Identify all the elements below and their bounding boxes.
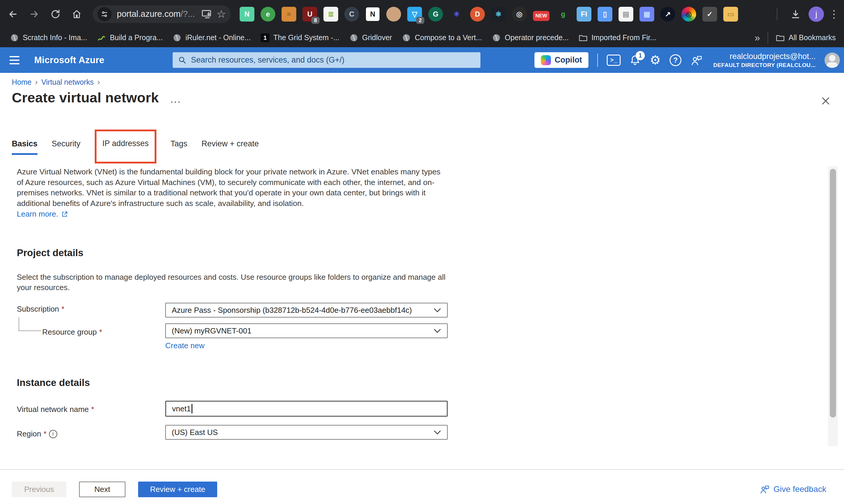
create-new-link[interactable]: Create new [165,341,204,350]
hamburger-menu-icon[interactable] [10,56,19,64]
blue-asterisk-extension-icon[interactable]: ✳ [449,7,464,21]
back-icon[interactable] [5,6,21,22]
subscription-label: Subscription* [17,305,64,314]
bookmark-item[interactable]: 1The Grid System -... [261,33,339,42]
learn-more-label: Learn more. [17,210,58,219]
breadcrumb-virtual-networks-link[interactable]: Virtual networks [41,78,93,87]
bookmark-label: Imported From Fir... [591,33,656,42]
ublock-origin-extension-icon[interactable]: U8 [303,7,317,21]
notes-list-extension-icon[interactable]: ≣ [323,7,338,21]
bookmark-item[interactable]: Gridlover [349,33,392,42]
orange-notebook-extension-icon[interactable]: ≡ [282,7,296,21]
send-to-device-icon[interactable] [201,9,213,19]
home-icon[interactable] [69,6,85,22]
learn-more-link[interactable]: Learn more. [17,210,68,219]
tab-underline [103,153,149,155]
previous-button[interactable]: Previous [12,482,66,497]
globe-favicon [402,33,411,42]
breadcrumb-home-link[interactable]: Home [12,78,32,87]
help-icon[interactable]: ? [669,54,681,66]
feedback-icon[interactable] [690,55,703,66]
region-dropdown[interactable]: (US) East US [165,425,448,440]
browser-menu-icon[interactable]: ⋮ [829,8,839,20]
subscription-dropdown[interactable]: Azure Pass - Sponsorship (b328712b-b524-… [165,303,448,318]
evernote-extension-icon[interactable]: e [261,7,275,21]
next-button[interactable]: Next [79,482,125,497]
vnet-name-input[interactable]: vnet1 [165,401,448,417]
letter-doc-extension-icon[interactable]: ▤ [618,7,633,21]
grammarly-extension-icon[interactable]: G [428,7,443,21]
bookmarks-right: » All Bookmarks [755,32,844,44]
tab-ip-addresses[interactable]: IP addresses [103,138,149,155]
all-bookmarks-button[interactable]: All Bookmarks [776,33,836,42]
global-search-input[interactable]: Search resources, services, and docs (G+… [173,52,481,68]
green-n-extension-icon[interactable]: N [240,7,254,21]
title-more-icon[interactable]: ··· [170,97,181,107]
azure-header-right: Copilot >_ 1 ⚙ ? realcloudprojects@hot..… [535,47,840,73]
avatar-face-extension-icon[interactable] [386,7,401,21]
rainbow-ring-extension-icon[interactable]: ◎ [681,7,696,21]
bookmark-item[interactable]: iRuler.net - Online... [173,33,251,42]
call-hook-extension-icon[interactable]: C [344,7,359,21]
fi-tool-extension-icon[interactable]: FI [577,7,591,21]
copilot-icon [541,55,551,65]
tab-basics[interactable]: Basics [12,139,37,155]
scrollbar-thumb[interactable] [830,169,836,417]
account-avatar[interactable] [825,53,840,68]
cloud-shell-icon[interactable]: >_ [607,55,621,66]
react-devtools-extension-icon[interactable]: ⚛ [491,7,506,21]
bookmark-item[interactable]: Operator precede... [492,33,569,42]
notion-extension-icon[interactable]: N [365,7,380,21]
notifications-icon[interactable]: 1 [629,55,641,66]
reload-icon[interactable] [47,6,64,22]
grid-tiles-extension-icon[interactable]: ▦ [640,7,654,21]
tab-tags[interactable]: Tags [170,139,187,155]
feedback-icon [759,485,770,494]
bookmark-item[interactable]: Build a Progra... [97,33,163,42]
address-bar[interactable]: portal.azure.com/?... ☆ [93,5,231,23]
azure-brand[interactable]: Microsoft Azure [34,55,105,66]
yellow-notes-extension-icon[interactable]: ▭ [723,7,738,21]
concentric-rings-extension-icon[interactable]: ◎ [512,7,527,21]
vnet-description: Azure Virtual Network (VNet) is the fund… [17,167,448,209]
resource-group-dropdown[interactable]: (New) myRGVNET-001 [165,323,448,338]
copilot-button[interactable]: Copilot [535,52,589,68]
downloads-icon[interactable] [787,6,804,22]
ghostery-extension-icon[interactable]: ▽2 [407,7,422,21]
bookmark-item[interactable]: Scratch Info - Ima... [10,33,87,42]
bookmark-item[interactable]: Compose to a Vert... [402,33,482,42]
account-directory: DEFAULT DIRECTORY (REALCLOU... [713,62,816,69]
globe-favicon [10,33,19,42]
dark-arrow-extension-icon[interactable]: ↗ [661,7,675,21]
grasshopper-extension-icon[interactable]: g [556,7,571,21]
wizard-tabs: BasicsSecurityIP addressesTagsReview + c… [12,131,259,163]
globe-favicon [349,33,358,42]
check-task-extension-icon[interactable]: ✓ [702,7,717,21]
new-badge-extension-icon[interactable]: NEW [533,11,550,21]
project-details-description: Select the subscription to manage deploy… [17,272,448,293]
bookmark-item[interactable]: Imported From Fir... [579,33,656,42]
close-blade-icon[interactable] [819,94,832,107]
review-create-button[interactable]: Review + create [138,482,217,497]
browser-profile-avatar[interactable]: j [809,6,824,22]
page-scrollbar[interactable] [828,166,838,446]
bookmarks-bar: Scratch Info - Ima...Build a Progra...iR… [0,28,844,47]
resource-group-label: Resource group* [42,327,102,337]
bookmark-label: The Grid System -... [273,33,339,42]
give-feedback-link[interactable]: Give feedback [759,485,826,494]
duckduckgo-extension-icon[interactable]: D [470,7,485,21]
account-info[interactable]: realcloudprojects@hot... DEFAULT DIRECTO… [713,52,816,69]
forward-icon[interactable] [26,6,42,22]
tab-label: Tags [170,139,187,149]
tab-review-create[interactable]: Review + create [201,139,259,155]
bookmark-star-icon[interactable]: ☆ [217,8,226,20]
settings-gear-icon[interactable]: ⚙ [649,54,661,66]
tab-label: Basics [12,139,37,149]
blue-phone-extension-icon[interactable]: ▯ [597,7,612,21]
all-bookmarks-label: All Bookmarks [789,33,836,42]
bookmarks-overflow-icon[interactable]: » [755,32,760,43]
resource-group-value: (New) myRGVNET-001 [172,326,251,336]
tab-security[interactable]: Security [52,139,80,155]
site-settings-icon[interactable] [97,7,111,21]
chevron-down-icon [433,328,441,333]
